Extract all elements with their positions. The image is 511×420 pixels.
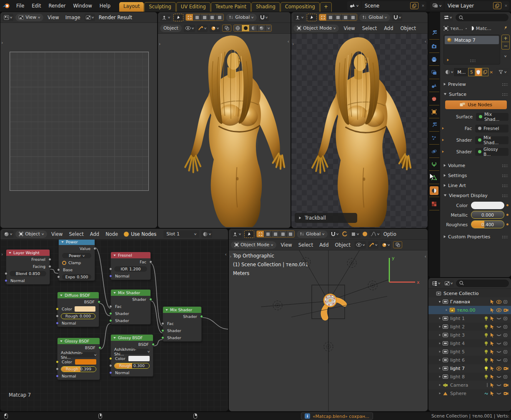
tab-texture-paint[interactable]: Texture Paint bbox=[211, 2, 251, 12]
socket-out[interactable] bbox=[152, 343, 155, 346]
outliner-row[interactable]: Главная bbox=[428, 298, 511, 306]
shader-object-dropdown[interactable]: Object∨ bbox=[15, 230, 47, 238]
node-header[interactable]: Glossy BSDF bbox=[111, 335, 153, 341]
slot-expand-icon[interactable] bbox=[447, 59, 449, 61]
socket-in[interactable] bbox=[109, 275, 112, 278]
use-nodes-checkbox[interactable] bbox=[124, 232, 129, 237]
slot-dropdown[interactable]: Slot 1∨ bbox=[163, 230, 199, 238]
node-power[interactable]: PowerValuePower∨ClampBaseExpo0.500 bbox=[58, 238, 95, 281]
socket-in[interactable] bbox=[161, 336, 164, 339]
state-pointer[interactable] bbox=[490, 391, 494, 396]
shading-material-icon[interactable] bbox=[250, 25, 258, 31]
row-name[interactable]: light 7 bbox=[449, 366, 465, 371]
socket-in[interactable] bbox=[56, 360, 59, 363]
row-caret[interactable] bbox=[444, 309, 448, 311]
view-layer-selector-value[interactable]: View Layer bbox=[444, 3, 493, 9]
options-label[interactable]: Optio bbox=[383, 231, 396, 237]
menu-help[interactable]: Help bbox=[96, 3, 114, 9]
node-menu-add[interactable]: Add bbox=[88, 231, 101, 237]
row-name[interactable]: Scene Collectio bbox=[442, 291, 478, 296]
state-camoff[interactable] bbox=[503, 358, 508, 362]
state-camoff[interactable] bbox=[503, 325, 508, 329]
cursor-tool-button[interactable] bbox=[173, 14, 183, 21]
node-glossy-bsdf[interactable]: Glossy BSDFBSDFAshikhmin-Shi...∨ColorRou… bbox=[57, 338, 100, 380]
state-pointer[interactable] bbox=[490, 316, 494, 321]
row-caret[interactable] bbox=[438, 375, 442, 378]
ortho-menu-add[interactable]: Add bbox=[317, 242, 331, 248]
outliner-row[interactable]: light 3 bbox=[428, 331, 511, 339]
state-camoff[interactable] bbox=[503, 333, 508, 337]
orientation-dropdown[interactable]: Global∨ bbox=[297, 230, 328, 238]
rough-slider[interactable]: Rough0.399 bbox=[61, 366, 96, 372]
outliner-row[interactable]: light 5 bbox=[428, 348, 511, 356]
enum-dropdown[interactable]: Power∨ bbox=[62, 253, 91, 258]
node-header[interactable]: Layer Weight bbox=[6, 250, 50, 256]
row-name[interactable]: Sphere bbox=[449, 391, 466, 396]
pin-icon[interactable] bbox=[503, 25, 508, 32]
state-bulb[interactable] bbox=[484, 350, 488, 354]
row-name[interactable]: light 5 bbox=[449, 349, 465, 355]
outliner-type-dropdown[interactable]: ∨ bbox=[431, 280, 441, 287]
socket-out[interactable] bbox=[149, 260, 152, 263]
overlays-toggle-dropdown[interactable]: ∨ bbox=[381, 241, 391, 249]
select-mode-2[interactable] bbox=[272, 231, 279, 237]
orientation-dropdown[interactable]: Global∨ bbox=[226, 14, 257, 21]
color-swatch[interactable] bbox=[75, 359, 97, 365]
shader-value-dropdown[interactable]: Mix Shad... bbox=[476, 113, 508, 121]
outliner-row[interactable]: Scene Collectio bbox=[428, 289, 511, 298]
state-bulb[interactable] bbox=[484, 316, 488, 321]
socket-in[interactable] bbox=[109, 305, 112, 308]
tab-texture[interactable] bbox=[430, 200, 438, 208]
image-menu-image[interactable]: Image bbox=[63, 15, 83, 20]
socket-out[interactable] bbox=[98, 300, 100, 303]
unlink-button[interactable]: ✕ bbox=[488, 68, 494, 76]
state-bulb[interactable] bbox=[484, 341, 488, 346]
state-camoff[interactable] bbox=[503, 350, 508, 354]
state-camoff[interactable] bbox=[503, 375, 508, 379]
image-editor-body[interactable]: › bbox=[0, 23, 157, 228]
row-caret[interactable] bbox=[438, 384, 442, 386]
remove-slot-button[interactable]: − bbox=[501, 42, 510, 50]
row-name[interactable]: тело.00 bbox=[456, 308, 475, 313]
gizmo-dropdown[interactable]: ∨ bbox=[293, 14, 305, 21]
socket-in[interactable] bbox=[56, 375, 59, 378]
value-field[interactable]: IOR1.200 bbox=[114, 266, 147, 272]
select-mode-3[interactable] bbox=[342, 14, 349, 20]
collapse-icon[interactable] bbox=[165, 309, 168, 310]
select-mode-1[interactable] bbox=[193, 14, 201, 20]
falloff-dropdown[interactable]: ∨ bbox=[350, 230, 360, 238]
copy-icon[interactable] bbox=[493, 2, 501, 9]
tab-uv-editing[interactable]: UV Editing bbox=[176, 2, 210, 12]
ortho-menu-view[interactable]: View bbox=[278, 242, 294, 248]
node-link[interactable] bbox=[153, 340, 163, 346]
socket-in[interactable] bbox=[109, 319, 112, 322]
value-field[interactable]: Expo0.500 bbox=[62, 274, 91, 280]
outliner-row[interactable]: light 4 bbox=[428, 339, 511, 348]
select-mode-group[interactable] bbox=[319, 14, 357, 21]
state-bulb[interactable] bbox=[484, 375, 488, 379]
node-menu-node[interactable]: Node bbox=[103, 231, 120, 237]
state-eyeoff[interactable] bbox=[496, 358, 501, 362]
node-menu-view[interactable]: View bbox=[49, 231, 65, 237]
ortho-menu-object[interactable]: Object bbox=[333, 242, 352, 248]
overlays-toggle-dropdown[interactable]: ∨ bbox=[210, 25, 220, 32]
tab-sculpting[interactable]: Sculpting bbox=[144, 2, 176, 12]
rough-slider[interactable]: Rough0.300 bbox=[114, 363, 150, 369]
viewport-menu-select[interactable]: Select bbox=[360, 25, 379, 31]
select-mode-1[interactable] bbox=[264, 231, 272, 237]
outliner-row[interactable]: Sphere bbox=[428, 389, 511, 398]
fake-user-toggle[interactable] bbox=[475, 68, 482, 76]
socket-out[interactable] bbox=[48, 258, 51, 261]
socket-in[interactable] bbox=[56, 308, 59, 310]
state-bar[interactable] bbox=[486, 383, 488, 387]
value-slider[interactable]: 0.400 bbox=[471, 220, 504, 228]
state-camon[interactable] bbox=[503, 383, 508, 387]
collapse-icon[interactable] bbox=[61, 241, 64, 242]
collapse-icon[interactable] bbox=[60, 294, 63, 296]
state-pointer[interactable] bbox=[490, 308, 494, 312]
add-slot-button[interactable]: + bbox=[501, 35, 510, 42]
slot-row[interactable]: Matcap 7 bbox=[445, 36, 499, 44]
socket-in[interactable] bbox=[109, 364, 112, 367]
node-header[interactable]: Fresnel bbox=[111, 252, 150, 258]
shading-rendered-icon[interactable] bbox=[258, 25, 266, 31]
